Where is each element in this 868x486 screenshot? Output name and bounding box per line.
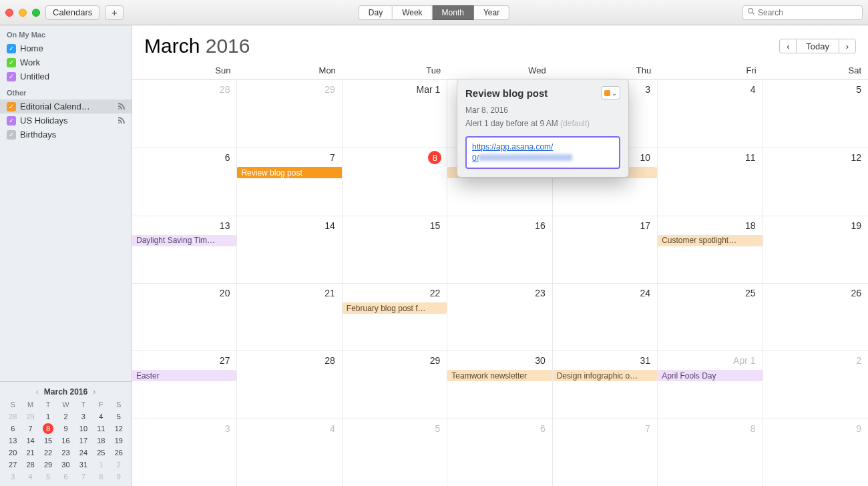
popover-calendar-select[interactable]: ⌄ bbox=[601, 86, 620, 99]
day-cell[interactable]: 29 bbox=[237, 80, 342, 148]
calendar-checkbox[interactable]: ✓ bbox=[7, 130, 16, 140]
day-cell[interactable]: 22February blog post f… bbox=[343, 284, 447, 350]
mini-day[interactable]: 25 bbox=[92, 447, 110, 458]
day-cell[interactable]: 20 bbox=[132, 284, 237, 350]
view-day[interactable]: Day bbox=[359, 5, 393, 20]
mini-day[interactable]: 19 bbox=[110, 435, 128, 446]
event-pill[interactable]: Teamwork newsletter bbox=[447, 370, 552, 381]
calendar-checkbox[interactable]: ✓ bbox=[7, 102, 16, 111]
day-cell[interactable]: 11 bbox=[658, 148, 763, 215]
mini-day[interactable]: 29 bbox=[39, 459, 57, 470]
day-cell[interactable]: 15 bbox=[343, 216, 447, 283]
mini-day[interactable]: 4 bbox=[92, 411, 110, 422]
day-cell[interactable]: 13Daylight Saving Tim… bbox=[132, 216, 237, 283]
day-cell[interactable]: 7Review blog post bbox=[237, 148, 342, 215]
day-cell[interactable]: 17 bbox=[553, 216, 658, 283]
popover-url-field[interactable]: https://app.asana.com/ 0/ bbox=[465, 136, 620, 170]
calendar-checkbox[interactable]: ✓ bbox=[7, 44, 16, 53]
day-cell[interactable]: 4 bbox=[658, 80, 763, 148]
day-cell[interactable]: 30Teamwork newsletter bbox=[447, 351, 552, 418]
day-cell[interactable]: 19 bbox=[763, 216, 868, 283]
sidebar-item[interactable]: ✓US Holidays bbox=[0, 113, 132, 128]
event-pill[interactable]: Customer spotlight… bbox=[658, 235, 762, 246]
mini-day[interactable]: 30 bbox=[57, 459, 74, 470]
mini-day[interactable]: 8 bbox=[92, 471, 110, 482]
view-week[interactable]: Week bbox=[393, 5, 432, 20]
day-cell[interactable]: 28 bbox=[237, 351, 342, 418]
day-cell[interactable]: 18Customer spotlight… bbox=[658, 216, 763, 283]
mini-next-button[interactable]: › bbox=[93, 387, 95, 397]
minimize-icon[interactable] bbox=[19, 9, 27, 17]
mini-day[interactable]: 5 bbox=[110, 411, 128, 422]
day-cell[interactable]: 16 bbox=[447, 216, 552, 283]
mini-day[interactable]: 14 bbox=[21, 435, 39, 446]
prev-month-button[interactable]: ‹ bbox=[779, 39, 797, 53]
next-month-button[interactable]: › bbox=[839, 39, 856, 53]
event-pill[interactable]: February blog post f… bbox=[343, 302, 447, 314]
mini-day[interactable]: 28 bbox=[21, 459, 39, 470]
mini-day[interactable]: 3 bbox=[4, 471, 21, 482]
mini-day[interactable]: 11 bbox=[92, 423, 110, 434]
add-button[interactable]: + bbox=[105, 5, 124, 20]
mini-day[interactable]: 15 bbox=[39, 435, 57, 446]
event-pill[interactable]: April Fools Day bbox=[658, 370, 762, 381]
mini-day[interactable]: 26 bbox=[110, 447, 128, 458]
mini-day[interactable]: 20 bbox=[4, 447, 21, 458]
sidebar-item[interactable]: ✓Home bbox=[0, 41, 132, 55]
day-cell[interactable]: 27Easter bbox=[132, 351, 237, 418]
mini-day[interactable]: 1 bbox=[39, 411, 57, 422]
day-cell[interactable]: 7 bbox=[553, 419, 658, 486]
event-pill[interactable]: Design infographic o… bbox=[553, 370, 657, 381]
mini-day[interactable]: 18 bbox=[92, 435, 110, 446]
mini-day[interactable]: 5 bbox=[39, 471, 57, 482]
mini-day[interactable]: 2 bbox=[57, 411, 74, 422]
day-cell[interactable]: 2 bbox=[763, 351, 868, 418]
maximize-icon[interactable] bbox=[32, 9, 40, 17]
mini-day[interactable]: 9 bbox=[57, 423, 74, 434]
calendar-checkbox[interactable]: ✓ bbox=[7, 72, 16, 81]
mini-day[interactable]: 7 bbox=[75, 471, 92, 482]
mini-day[interactable]: 23 bbox=[57, 447, 74, 458]
event-pill[interactable]: Daylight Saving Tim… bbox=[132, 235, 236, 246]
mini-day[interactable]: 13 bbox=[4, 435, 21, 446]
mini-day[interactable]: 21 bbox=[21, 447, 39, 458]
mini-day[interactable]: 2 bbox=[110, 459, 128, 470]
sidebar-item[interactable]: ✓Work bbox=[0, 55, 132, 69]
day-cell[interactable]: 28 bbox=[132, 80, 237, 148]
mini-day[interactable]: 10 bbox=[75, 423, 92, 434]
mini-day[interactable]: 17 bbox=[75, 435, 92, 446]
close-icon[interactable] bbox=[5, 9, 13, 17]
day-cell[interactable]: 31Design infographic o… bbox=[553, 351, 658, 418]
day-cell[interactable]: 26 bbox=[763, 284, 868, 350]
day-cell[interactable]: 24 bbox=[553, 284, 658, 350]
day-cell[interactable]: 14 bbox=[237, 216, 342, 283]
sidebar-item[interactable]: ✓Untitled bbox=[0, 69, 132, 83]
day-cell[interactable]: 12 bbox=[763, 148, 868, 215]
day-cell[interactable]: 5 bbox=[343, 419, 447, 486]
sidebar-item[interactable]: ✓Editorial Calend… bbox=[0, 99, 132, 113]
day-cell[interactable]: 8 bbox=[658, 419, 763, 486]
event-pill[interactable]: Easter bbox=[132, 370, 236, 381]
day-cell[interactable]: 25 bbox=[658, 284, 763, 350]
mini-day[interactable]: 6 bbox=[4, 423, 21, 434]
mini-day[interactable]: 31 bbox=[75, 459, 92, 470]
day-cell[interactable]: 21 bbox=[237, 284, 342, 350]
sidebar-item[interactable]: ✓Birthdays bbox=[0, 128, 132, 142]
mini-day[interactable]: 3 bbox=[75, 411, 92, 422]
calendars-button[interactable]: Calendars bbox=[45, 5, 99, 20]
calendar-checkbox[interactable]: ✓ bbox=[7, 58, 16, 67]
search-field[interactable] bbox=[742, 5, 863, 20]
day-cell[interactable]: 6 bbox=[132, 148, 237, 215]
mini-day[interactable]: 27 bbox=[4, 459, 21, 470]
event-pill[interactable]: Review blog post bbox=[237, 167, 342, 178]
view-year[interactable]: Year bbox=[474, 5, 509, 20]
mini-day[interactable]: 24 bbox=[75, 447, 92, 458]
day-cell[interactable]: Apr 1April Fools Day bbox=[658, 351, 763, 418]
today-button[interactable]: Today bbox=[797, 39, 839, 53]
day-cell[interactable]: 4 bbox=[237, 419, 342, 486]
search-input[interactable] bbox=[758, 8, 858, 17]
mini-day[interactable]: 28 bbox=[4, 411, 21, 422]
view-month[interactable]: Month bbox=[433, 5, 474, 20]
mini-prev-button[interactable]: ‹ bbox=[36, 387, 39, 397]
day-cell[interactable]: Mar 1 bbox=[343, 80, 447, 148]
